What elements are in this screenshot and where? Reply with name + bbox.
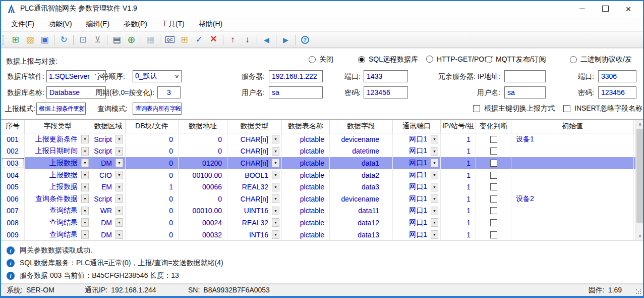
change-checkbox[interactable] <box>490 207 497 214</box>
scroll-up-icon[interactable]: ∧ <box>636 120 644 128</box>
change-checkbox[interactable] <box>490 219 497 226</box>
cell-dropdown-button[interactable]: ▼ <box>272 194 279 203</box>
change-checkbox[interactable] <box>490 183 497 190</box>
move-up-icon[interactable]: ↑ <box>226 33 240 46</box>
query-mode-select[interactable]: 查询表内所有字段∨ <box>133 103 182 115</box>
import-config-icon[interactable]: ⊞ <box>9 33 22 46</box>
cell-dropdown-button[interactable]: ▼ <box>115 207 123 215</box>
network-topology-icon[interactable]: ⊡ <box>76 33 90 46</box>
change-checkbox[interactable] <box>490 195 497 203</box>
redundant-password-input[interactable] <box>598 86 636 98</box>
scroll-down-icon[interactable]: ∨ <box>636 231 644 240</box>
cell-dropdown-button[interactable]: ▼ <box>272 159 279 167</box>
cell-dropdown-button[interactable]: ▼ <box>115 183 123 191</box>
cell-dropdown-button[interactable]: ▼ <box>81 230 89 239</box>
table-row[interactable]: 008查询结果▼DM▼000024REAL32▼plctabledata12网口… <box>1 217 644 229</box>
qc-display-icon[interactable]: QC <box>163 33 177 46</box>
apply-icon[interactable]: ✓ <box>192 33 206 46</box>
cell-dropdown-button[interactable]: ▼ <box>115 147 123 156</box>
cell-dropdown-button[interactable]: ▼ <box>431 230 438 239</box>
table-row[interactable]: 004上报数据▼CIO▼000100.00BOOL1▼plctabledata2… <box>1 169 644 181</box>
table-row[interactable]: 002上报日期时间▼Script▼00CHAR[n]▼plctabledatet… <box>1 145 644 158</box>
change-checkbox[interactable] <box>490 231 497 238</box>
cell-dropdown-button[interactable]: ▼ <box>431 194 438 203</box>
refresh-icon[interactable]: ↻ <box>57 33 71 46</box>
menu-item[interactable]: 功能(V) <box>41 20 79 29</box>
connection-option[interactable]: MQTT发布/订阅 <box>485 55 546 64</box>
table-row[interactable]: 001上报更新条件▼Script▼00CHAR[n]▼plctabledevic… <box>1 133 644 145</box>
cell-dropdown-button[interactable]: ▼ <box>272 135 279 143</box>
cell-dropdown-button[interactable]: ▼ <box>115 218 123 227</box>
cell-dropdown-button[interactable]: ▼ <box>431 183 438 191</box>
help-icon[interactable]: ? <box>298 33 312 46</box>
vertical-scrollbar[interactable]: ∧ ∨ <box>635 120 644 240</box>
change-checkbox[interactable] <box>490 160 497 167</box>
connection-option[interactable]: HTTP-GET/POST <box>426 55 493 63</box>
cell-dropdown-button[interactable]: ▼ <box>115 230 123 239</box>
cell-dropdown-button[interactable]: ▼ <box>431 159 438 167</box>
delete-icon[interactable]: × <box>207 33 220 46</box>
cell-dropdown-button[interactable]: ▼ <box>272 147 279 156</box>
change-checkbox[interactable] <box>490 172 497 179</box>
cell-dropdown-button[interactable]: ▼ <box>115 135 123 143</box>
primary-key-checkbox[interactable]: 根据主键切换上报方式 <box>473 104 555 113</box>
change-checkbox[interactable] <box>490 136 497 143</box>
cell-dropdown-button[interactable]: ▼ <box>431 147 438 156</box>
redundant-ip-input[interactable] <box>504 70 546 82</box>
open-file-icon[interactable]: ▨ <box>23 33 37 46</box>
move-down-icon[interactable]: ↓ <box>241 33 254 46</box>
prev-icon[interactable]: ◀ <box>260 33 273 46</box>
monitor-edit-icon[interactable]: ▤ <box>110 33 124 46</box>
char-order-select[interactable]: 0_默认∨ <box>133 70 182 82</box>
table-row[interactable]: 006查询条件数据▼Script▼00CHAR[n]▼plctabledevic… <box>1 193 644 205</box>
cell-dropdown-button[interactable]: ▼ <box>431 171 438 179</box>
menu-item[interactable]: 帮助(H) <box>192 20 229 29</box>
next-icon[interactable]: ▶ <box>279 33 292 46</box>
cell-dropdown-button[interactable]: ▼ <box>81 183 89 191</box>
period-input[interactable] <box>157 86 181 98</box>
connection-option[interactable]: SQL远程数据库 <box>358 55 418 64</box>
cell-dropdown-button[interactable]: ▼ <box>115 194 123 203</box>
menu-item[interactable]: 工具(T) <box>154 20 192 29</box>
scrollbar-thumb[interactable] <box>636 129 643 223</box>
serial-port-icon[interactable]: ⊻ <box>91 33 104 46</box>
cell-dropdown-button[interactable]: ▼ <box>81 207 89 215</box>
redundant-username-input[interactable] <box>504 86 546 98</box>
cell-dropdown-button[interactable]: ▼ <box>272 218 279 227</box>
plc-module-icon[interactable]: ▦ <box>144 33 157 46</box>
globe-icon[interactable]: ⊕ <box>125 33 138 46</box>
maximize-button[interactable] <box>594 0 617 17</box>
connection-option[interactable]: 关闭 <box>309 55 333 64</box>
cell-dropdown-button[interactable]: ▼ <box>272 230 279 239</box>
menu-item[interactable]: 文件(F) <box>4 20 41 29</box>
close-button[interactable]: × <box>617 0 640 17</box>
table-row[interactable]: 009查询结果▼DM▼000032INT16▼plctabledata13网口1… <box>1 229 644 240</box>
minimize-button[interactable] <box>570 0 594 17</box>
cell-dropdown-button[interactable]: ▼ <box>272 171 279 179</box>
cell-dropdown-button[interactable]: ▼ <box>81 171 89 179</box>
cell-dropdown-button[interactable]: ▼ <box>81 147 89 156</box>
resize-grip[interactable] <box>636 289 637 290</box>
table-row[interactable]: 003上报数据▼DM▼001200CHAR[n]▼plctabledata1网口… <box>1 157 644 169</box>
cell-dropdown-button[interactable]: ▼ <box>431 135 438 143</box>
save-file-icon[interactable]: ▣ <box>38 33 51 46</box>
cell-dropdown-button[interactable]: ▼ <box>115 171 123 179</box>
menu-item[interactable]: 编辑(E) <box>79 20 117 29</box>
connection-option[interactable]: 二进制协议收/发 <box>570 55 632 64</box>
menu-item[interactable]: 参数(P) <box>116 20 154 29</box>
cell-dropdown-button[interactable]: ▼ <box>272 207 279 215</box>
change-checkbox[interactable] <box>490 147 497 155</box>
table-row[interactable]: 005上报数据▼EM▼100066REAL32▼plctabledata3网口1… <box>1 181 644 193</box>
insert-ignore-checkbox[interactable]: INSERT忽略字段名称 <box>563 104 642 113</box>
cell-dropdown-button[interactable]: ▼ <box>431 218 438 227</box>
cell-dropdown-button[interactable]: ▼ <box>81 218 89 227</box>
cell-dropdown-button[interactable]: ▼ <box>115 159 123 167</box>
cell-dropdown-button[interactable]: ▼ <box>81 159 89 167</box>
redundant-port-input[interactable] <box>598 70 636 82</box>
cell-dropdown-button[interactable]: ▼ <box>272 183 279 191</box>
cell-dropdown-button[interactable]: ▼ <box>81 135 89 143</box>
username-input[interactable] <box>269 86 323 98</box>
table-row[interactable]: 007查询结果▼WR▼000010.00UINT16▼plctabledata1… <box>1 205 644 217</box>
copy-add-icon[interactable]: ⊞ <box>178 33 191 46</box>
cell-dropdown-button[interactable]: ▼ <box>431 207 438 215</box>
